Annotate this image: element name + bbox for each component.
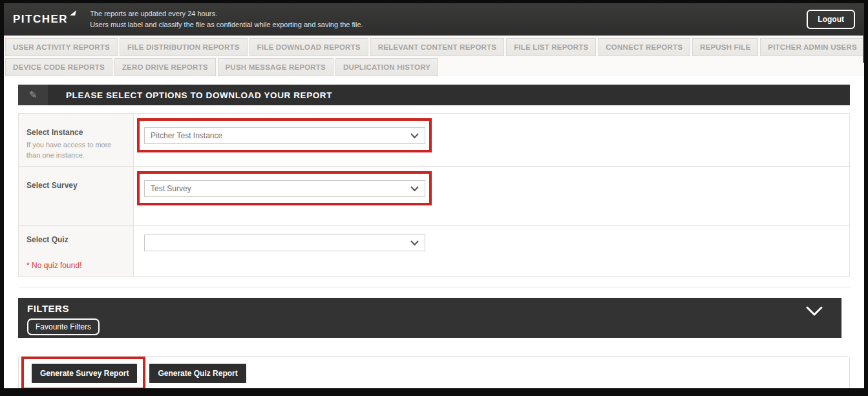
report-options-form: Select Instance If you have access to mo… [18,113,850,277]
select-quiz-label: Select Quiz [26,235,125,244]
tab-connect-reports[interactable]: CONNECT REPORTS [598,38,690,56]
generate-survey-report-button[interactable]: Generate Survey Report [32,364,137,383]
select-instance-value: Pitcher Test Instance [151,131,222,140]
pitcher-logo: PITCHER [13,13,76,26]
chevron-down-icon [410,186,419,192]
header-info-line1: The reports are updated every 24 hours. [90,8,363,19]
select-instance-dropdown[interactable]: Pitcher Test Instance [144,127,425,144]
select-quiz-row: Select Quiz * No quiz found! [19,226,849,276]
favourite-filters-button[interactable]: Favourite Filters [27,318,100,335]
tab-pitcher-admin-users[interactable]: PITCHER ADMIN USERS [760,38,864,56]
chevron-down-icon [410,240,419,246]
tab-zero-drive-reports[interactable]: ZERO DRIVE REPORTS [114,58,216,76]
report-options-heading: PLEASE SELECT OPTIONS TO DOWNLOAD YOUR R… [48,90,332,100]
generate-quiz-report-button[interactable]: Generate Quiz Report [149,364,246,383]
pencil-icon-box: ✎ [18,85,48,105]
select-survey-wrap: Test Survey [144,180,425,197]
tab-duplication-history[interactable]: DUPLICATION HISTORY [335,58,438,76]
filters-bar: FILTERS Favourite Filters [18,298,842,338]
app-page: PITCHER The reports are updated every 24… [4,3,864,388]
chevron-down-icon [410,133,419,139]
actions-panel: Generate Survey Report Generate Quiz Rep… [18,356,850,388]
select-survey-value: Test Survey [151,184,191,193]
logout-button[interactable]: Logout [807,10,855,29]
tabs-area: USER ACTIVITY REPORTS FILE DISTRIBUTION … [4,36,864,76]
tab-file-list-reports[interactable]: FILE LIST REPORTS [506,38,596,56]
screenshot-frame: PITCHER The reports are updated every 24… [0,0,868,396]
tab-device-code-reports[interactable]: DEVICE CODE REPORTS [5,58,112,76]
select-instance-label-col: Select Instance If you have access to mo… [19,114,134,166]
select-survey-row: Select Survey Test Survey [19,167,849,226]
select-survey-label-col: Select Survey [19,167,134,225]
select-quiz-field-col [134,226,849,276]
select-survey-field-col: Test Survey [134,167,849,225]
select-instance-field-col: Pitcher Test Instance [134,114,849,166]
select-instance-row: Select Instance If you have access to mo… [19,114,849,167]
select-quiz-wrap [144,234,425,251]
filters-collapse-chevron-icon[interactable] [805,306,823,319]
pitcher-logo-text: PITCHER [13,13,68,25]
tabs-row-2: DEVICE CODE REPORTS ZERO DRIVE REPORTS P… [5,58,863,76]
no-quiz-found-error: * No quiz found! [26,261,125,270]
pencil-icon: ✎ [29,89,37,101]
select-quiz-label-col: Select Quiz * No quiz found! [19,226,134,276]
report-options-heading-bar: ✎ PLEASE SELECT OPTIONS TO DOWNLOAD YOUR… [18,85,850,105]
filters-heading: FILTERS [27,303,832,314]
app-header: PITCHER The reports are updated every 24… [4,3,864,36]
tab-relevant-content-reports[interactable]: RELEVANT CONTENT REPORTS [370,38,504,56]
main-content: ✎ PLEASE SELECT OPTIONS TO DOWNLOAD YOUR… [4,76,864,388]
select-instance-label: Select Instance [26,128,125,137]
select-instance-helper: If you have access to more than one inst… [26,140,125,161]
tab-file-download-reports[interactable]: FILE DOWNLOAD REPORTS [249,38,368,56]
header-info: The reports are updated every 24 hours. … [90,8,363,30]
pitcher-logo-mark-icon [70,10,76,16]
generate-survey-report-wrap: Generate Survey Report [32,364,137,383]
select-instance-wrap: Pitcher Test Instance [144,127,425,144]
tab-user-activity-reports[interactable]: USER ACTIVITY REPORTS [5,38,118,56]
tabs-row-1: USER ACTIVITY REPORTS FILE DISTRIBUTION … [5,38,863,56]
select-survey-dropdown[interactable]: Test Survey [144,180,425,197]
section-divider [18,287,850,287]
tab-file-distribution-reports[interactable]: FILE DISTRIBUTION REPORTS [120,38,248,56]
tab-push-message-reports[interactable]: PUSH MESSAGE REPORTS [218,58,333,76]
header-info-line2: Users must label and classify the file a… [90,19,363,30]
select-quiz-dropdown[interactable] [144,234,425,251]
select-survey-label: Select Survey [26,181,125,190]
tab-repush-file[interactable]: REPUSH FILE [692,38,758,56]
